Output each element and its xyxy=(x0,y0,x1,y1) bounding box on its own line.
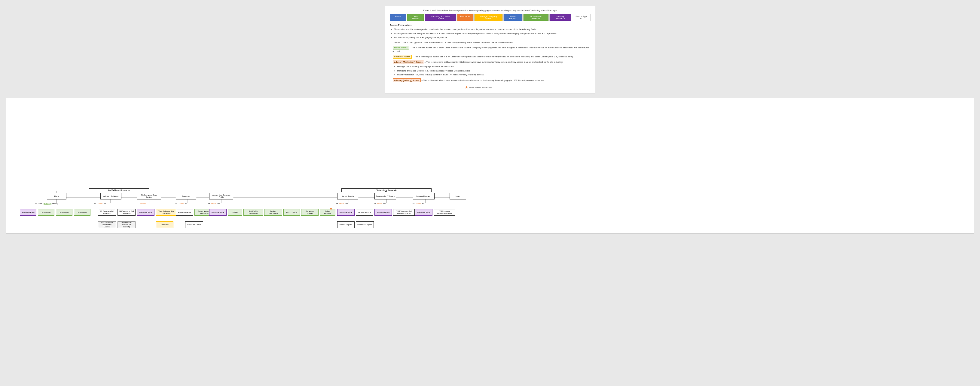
access-permissions: Access Permissions These arise from the … xyxy=(390,24,590,90)
sb-taxonomy-full-2: SB Taxonomy Full Research xyxy=(118,209,135,216)
decision-advisory: No Answer Yes xyxy=(94,203,106,205)
itrs-taxonomy-full-node: ITRS Taxonomy Full Research (Iframe) xyxy=(393,209,415,216)
itrs-industry-node: ITRS Industry Coverage (Iframe) xyxy=(434,209,455,216)
star-2: ★ xyxy=(329,232,332,234)
main-container: If user doesn't have relevant access (pe… xyxy=(0,0,980,240)
collect-reviews-node: Collect Reviews xyxy=(320,209,336,216)
nav-home[interactable]: Home xyxy=(390,14,406,21)
nav-bar: Home Go to Market Marketing and Sales Co… xyxy=(390,14,590,21)
marketing-page-research: Marketing Page xyxy=(374,209,392,216)
product-page-node: Product Page xyxy=(283,209,300,216)
star-icon: ★ xyxy=(465,85,468,90)
level-collateral: Collateral Access – This is the first pa… xyxy=(393,55,590,59)
top-note: If user doesn't have relevant access (pe… xyxy=(390,9,590,11)
level-locked: Locked – This is the logged out or not e… xyxy=(393,41,590,44)
nav-marketing[interactable]: Marketing and Sales Content xyxy=(425,14,457,21)
browse-reports-node: Browse Reports xyxy=(356,209,373,216)
login-node: Login xyxy=(450,193,466,199)
2nd-level-2: 2nd Level (Not Needed for Launch) xyxy=(118,221,135,228)
decision-market: No Answer Yes xyxy=(336,203,348,205)
marketing-save-content-node: Marketing and Save Content xyxy=(137,193,161,199)
homepage-advisory: Homepage xyxy=(74,209,91,216)
marketing-page-industry: Marketing Page xyxy=(415,209,433,216)
star-1: ★ xyxy=(329,207,332,211)
advisory-industry-badge: Advisory (Industry) Access xyxy=(393,78,421,83)
industry-research-node: Industry Research xyxy=(413,193,434,199)
label-advisory: Advisory xyxy=(52,203,58,205)
access-levels: Locked – This is the logged out or not e… xyxy=(393,41,590,83)
nav-join[interactable]: Join or Sign In xyxy=(572,14,590,21)
campaign-tracker-node: Campaign Tracker xyxy=(301,209,318,216)
decision-resources: No Answer Yes xyxy=(175,203,187,205)
browse-reports-2-node: Browse Reports xyxy=(337,221,355,228)
nav-manage[interactable]: Manage Company Profile xyxy=(474,14,503,21)
level-profile: Profile Access – This is the free access… xyxy=(393,46,590,53)
info-section: If user doesn't have relevant access (pe… xyxy=(385,6,595,94)
nav-role-based[interactable]: Role-Based Research xyxy=(523,14,549,21)
level-advisory-tech: Advisory (Technology) Access – This is t… xyxy=(393,60,590,76)
marketing-page-manage: Marketing Page xyxy=(209,209,227,216)
collateral-access-badge: Collateral Access xyxy=(393,55,412,59)
resources-node: Resources xyxy=(176,193,196,199)
label-no: No xyxy=(35,203,37,205)
label-collateral: Collateral xyxy=(43,203,52,205)
decision-marketing: Access? xyxy=(140,203,146,205)
nav-goto[interactable]: Go to Market xyxy=(407,14,424,21)
product-description-node: Product Description xyxy=(264,209,282,216)
bullet-2: Access permissions are assigned in Sales… xyxy=(394,32,590,35)
marketing-page-home: Marketing Page xyxy=(20,209,37,216)
nav-resources[interactable]: Resources xyxy=(457,14,474,21)
bullet-3: List and corresponding nav links (pages)… xyxy=(394,36,590,39)
diagram-area: Go-To Market Research Technology Researc… xyxy=(6,98,974,234)
homepage-profile: Homepage xyxy=(38,209,54,216)
home-node: Home xyxy=(47,193,67,199)
star-note-text: Pages showing entitl access xyxy=(469,86,492,89)
sb-taxonomy-full-1: SB Taxonomy Full Research xyxy=(98,209,116,216)
marketing-page-marketing: Marketing Page xyxy=(137,209,154,216)
manage-profile-node: Manage Your Company Profile xyxy=(209,193,233,199)
your-collateral-node: Your Collateral (For Download) xyxy=(156,209,177,216)
decision-manage: No Answer Yes xyxy=(208,203,220,205)
flowchart: Go-To Market Research Technology Researc… xyxy=(11,103,942,229)
decision-industry: No Answer Yes xyxy=(413,203,424,205)
sub-bullet-2: Marketing and Sales Content (i.e., colla… xyxy=(397,69,590,73)
level-advisory-industry: Advisory (Industry) Access – This entitl… xyxy=(393,78,590,83)
free-resources-node: Free Resources xyxy=(176,209,193,216)
label-profile: Profile xyxy=(38,203,42,205)
market-reports-node: Market Reports xyxy=(337,193,358,199)
research-center-node: Research Center xyxy=(185,221,203,228)
decision-research: No Answer Yes xyxy=(374,203,385,205)
profile-node: Profile xyxy=(228,209,242,216)
download-reports-node: Download Reports xyxy=(356,221,374,228)
collateral-node: Collateral xyxy=(156,221,173,228)
tech-research-header: Technology Research xyxy=(341,188,431,192)
research-it-buyers-node: Research for IT Buyers xyxy=(374,193,396,199)
nav-industry[interactable]: Industry Research xyxy=(549,14,571,21)
advisory-tech-subbullets: Manage Your Company Profile page >> need… xyxy=(397,65,590,76)
bullet-1: These arise from the various products an… xyxy=(394,28,590,31)
advisory-solutions-node: Advisory Solutions xyxy=(100,193,121,199)
homepage-collateral: Homepage xyxy=(56,209,72,216)
home-labels: No Profile Collateral Advisory xyxy=(35,203,58,205)
star-note-container: ★ Pages showing entitl access xyxy=(465,85,590,90)
2nd-level-1: 2nd Level (Not Needed for Launch) xyxy=(98,221,116,228)
access-perms-title: Access Permissions xyxy=(390,24,590,27)
sub-bullet-1: Manage Your Company Profile page >> need… xyxy=(397,65,590,68)
access-perms-bullets: These arise from the various products an… xyxy=(394,28,590,39)
profile-access-badge: Profile Access xyxy=(393,46,409,50)
goto-market-header: Go-To Market Research xyxy=(89,188,149,192)
nav-market-reports[interactable]: Market Reports xyxy=(503,14,523,21)
marketing-page-reports: Marketing Page xyxy=(337,209,355,216)
edit-profile-node: Edit Profile Information xyxy=(243,209,263,216)
advisory-tech-badge: Advisory (Technology) Access xyxy=(393,60,424,64)
sub-bullet-3: Industry Research (i.e., ITRS Industry c… xyxy=(397,73,590,76)
